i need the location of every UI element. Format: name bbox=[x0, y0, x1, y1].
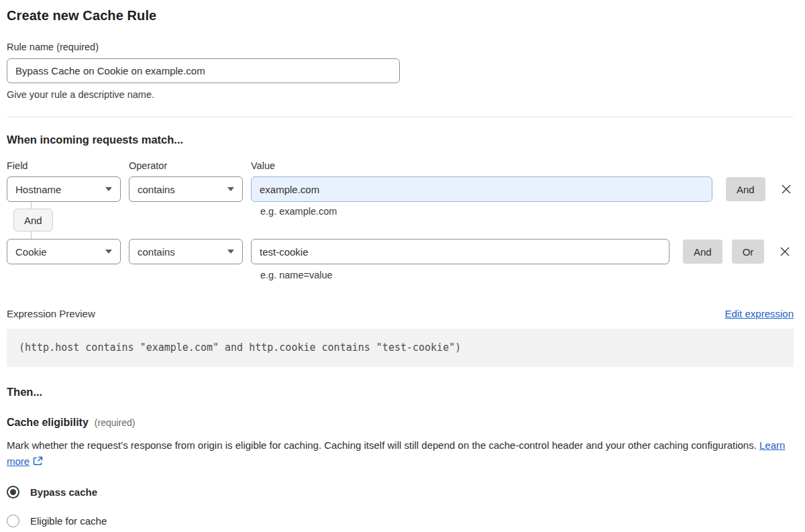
radio-selected-icon[interactable] bbox=[7, 486, 19, 498]
field-select-2[interactable]: Cookie bbox=[7, 239, 121, 264]
expression-preview-label: Expression Preview bbox=[7, 308, 95, 319]
value-column-label: Value bbox=[251, 160, 794, 171]
match-section-heading: When incoming requests match... bbox=[7, 134, 794, 146]
value-hint-1: e.g. example.com bbox=[260, 206, 337, 217]
cache-eligibility-title: Cache eligibility bbox=[7, 417, 89, 429]
or-button-row-2[interactable]: Or bbox=[732, 240, 765, 264]
radio-option-eligible-for-cache[interactable]: Eligible for cache bbox=[7, 514, 794, 527]
expression-preview-header: Expression Preview Edit expression bbox=[7, 308, 794, 319]
field-select-2-value: Cookie bbox=[15, 246, 47, 258]
value-hint-2: e.g. name=value bbox=[260, 270, 794, 280]
expression-preview-code: (http.host contains "example.com" and ht… bbox=[7, 329, 794, 367]
chevron-down-icon bbox=[227, 250, 234, 254]
operator-column-label: Operator bbox=[129, 160, 251, 171]
chevron-down-icon bbox=[227, 187, 234, 191]
chevron-down-icon bbox=[105, 187, 112, 191]
cache-eligibility-description: Mark whether the request’s response from… bbox=[7, 437, 794, 470]
cache-eligibility-options: Bypass cache Eligible for cache bbox=[7, 485, 794, 527]
chevron-down-icon bbox=[105, 250, 112, 254]
operator-select-2-value: contains bbox=[138, 246, 175, 258]
connector-and-badge[interactable]: And bbox=[13, 209, 53, 231]
and-button-row-1[interactable]: And bbox=[726, 177, 765, 201]
rule-name-input[interactable] bbox=[7, 58, 400, 83]
radio-label-eligible: Eligible for cache bbox=[30, 515, 107, 527]
condition-connector-zone: And e.g. example.com bbox=[7, 202, 794, 239]
description-text: Mark whether the request’s response from… bbox=[7, 439, 759, 451]
page-title: Create new Cache Rule bbox=[7, 8, 794, 23]
remove-condition-icon bbox=[779, 246, 791, 258]
rule-name-label: Rule name (required) bbox=[7, 42, 794, 52]
field-select-1-value: Hostname bbox=[15, 184, 61, 195]
remove-condition-button-2[interactable] bbox=[777, 244, 792, 259]
radio-option-bypass-cache[interactable]: Bypass cache bbox=[7, 485, 794, 498]
value-input-2[interactable] bbox=[251, 239, 669, 264]
match-row-1: Hostname contains And bbox=[7, 176, 794, 202]
operator-select-1[interactable]: contains bbox=[129, 176, 243, 202]
match-row-2: Cookie contains And Or bbox=[7, 239, 794, 264]
field-select-1[interactable]: Hostname bbox=[7, 176, 121, 202]
create-cache-rule-form: Create new Cache Rule Rule name (require… bbox=[0, 0, 805, 527]
operator-select-2[interactable]: contains bbox=[129, 239, 243, 264]
edit-expression-link[interactable]: Edit expression bbox=[724, 308, 794, 319]
match-column-headers: Field Operator Value bbox=[7, 160, 794, 171]
required-note: (required) bbox=[95, 417, 136, 428]
external-link-icon bbox=[33, 456, 43, 466]
operator-select-1-value: contains bbox=[138, 184, 175, 195]
cache-eligibility-heading: Cache eligibility (required) bbox=[7, 417, 794, 429]
remove-condition-icon bbox=[780, 183, 792, 195]
then-heading: Then... bbox=[7, 386, 794, 398]
radio-label-bypass: Bypass cache bbox=[30, 486, 97, 498]
value-input-1[interactable] bbox=[251, 176, 712, 202]
radio-unselected-icon[interactable] bbox=[7, 515, 19, 527]
and-button-row-2[interactable]: And bbox=[683, 240, 722, 264]
remove-condition-button-1[interactable] bbox=[779, 182, 794, 197]
field-column-label: Field bbox=[7, 160, 129, 171]
section-divider bbox=[7, 117, 794, 117]
rule-name-help: Give your rule a descriptive name. bbox=[7, 89, 794, 100]
